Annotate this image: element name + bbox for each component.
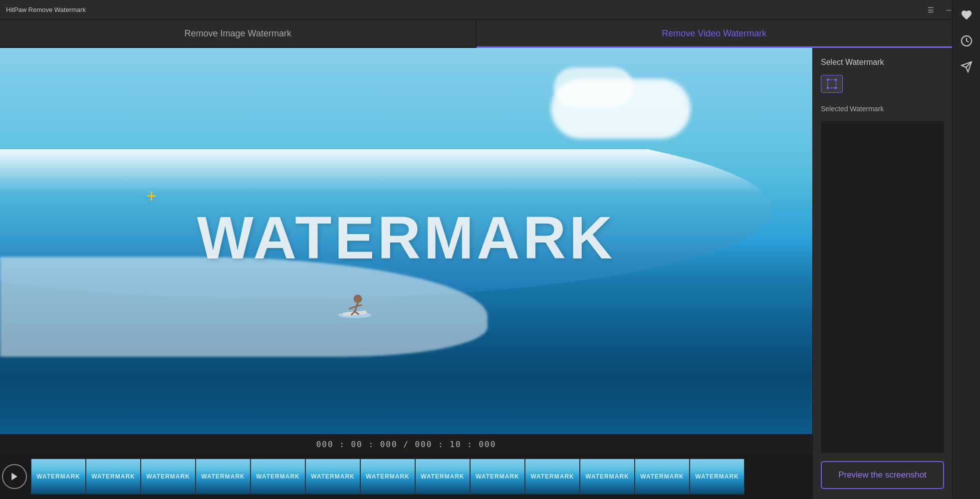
film-frame: WATERMARK	[415, 459, 470, 495]
svg-point-16	[835, 87, 837, 89]
send-button[interactable]	[957, 57, 977, 77]
frame-watermark-text: WATERMARK	[695, 473, 738, 480]
select-tool-button[interactable]	[821, 75, 843, 93]
film-frame: WATERMARK	[360, 459, 415, 495]
timeline-timecode: 000 : 00 : 000 / 000 : 10 : 000	[0, 434, 812, 454]
svg-line-7	[349, 307, 355, 309]
tab-video-watermark[interactable]: Remove Video Watermark	[477, 20, 953, 47]
frame-watermark-text: WATERMARK	[91, 473, 135, 480]
history-icon	[961, 35, 973, 47]
tab-bar: Remove Image Watermark Remove Video Wate…	[0, 20, 952, 48]
play-button[interactable]	[2, 464, 27, 489]
select-watermark-heading: Select Watermark	[821, 58, 944, 67]
frame-watermark-text: WATERMARK	[366, 473, 409, 480]
film-frame: WATERMARK	[580, 459, 635, 495]
tab-image-watermark[interactable]: Remove Image Watermark	[0, 20, 477, 47]
heart-button[interactable]	[957, 5, 977, 25]
selected-watermark-preview	[821, 121, 944, 453]
frame-watermark-text: WATERMARK	[311, 473, 354, 480]
surfer-figure	[325, 266, 385, 326]
selected-watermark-heading: Selected Watermark	[821, 105, 944, 113]
film-frame: WATERMARK	[690, 459, 744, 495]
heart-icon	[961, 9, 973, 21]
svg-point-15	[827, 87, 828, 89]
main-content: WATERMARK + 000 : 00 : 000 / 000 : 10 : …	[0, 48, 952, 499]
svg-line-8	[355, 305, 362, 307]
cloud-decoration-2	[554, 67, 634, 107]
svg-marker-11	[11, 473, 17, 481]
frame-watermark-text: WATERMARK	[585, 473, 629, 480]
right-panel: Select Watermark Selected Watermark Prev…	[812, 48, 952, 499]
film-frame: WATERMARK	[141, 459, 196, 495]
film-frame: WATERMARK	[31, 459, 86, 495]
app-title-area: HitPaw Remove Watermark	[6, 6, 86, 13]
film-frame: WATERMARK	[525, 459, 580, 495]
app-title: HitPaw Remove Watermark	[6, 6, 86, 13]
svg-rect-12	[828, 80, 836, 88]
frame-watermark-text: WATERMARK	[476, 473, 519, 480]
frame-watermark-text: WATERMARK	[530, 473, 574, 480]
video-panel: WATERMARK + 000 : 00 : 000 / 000 : 10 : …	[0, 48, 812, 499]
svg-point-14	[835, 79, 837, 80]
svg-point-13	[827, 79, 828, 80]
selection-rect-icon	[826, 78, 837, 89]
preview-screenshot-button[interactable]: Preview the screenshot	[821, 461, 944, 489]
timecode-display: 000 : 00 : 000 / 000 : 10 : 000	[316, 440, 496, 449]
frame-watermark-text: WATERMARK	[640, 473, 684, 480]
right-sidebar	[952, 0, 980, 499]
film-frame: WATERMARK	[86, 459, 141, 495]
film-frame: WATERMARK	[196, 459, 250, 495]
frame-watermark-text: WATERMARK	[36, 473, 80, 480]
history-button[interactable]	[957, 31, 977, 51]
menu-button[interactable]: ☰	[923, 4, 938, 16]
film-frame: WATERMARK	[250, 459, 305, 495]
frame-watermark-text: WATERMARK	[256, 473, 299, 480]
send-icon	[961, 61, 973, 73]
play-icon	[9, 472, 19, 482]
film-frame: WATERMARK	[635, 459, 690, 495]
filmstrip: WATERMARK WATERMARK WATERMARK WATERMARK …	[0, 454, 812, 499]
frame-watermark-text: WATERMARK	[421, 473, 464, 480]
frame-watermark-text: WATERMARK	[201, 473, 245, 480]
titlebar: HitPaw Remove Watermark ☰ ─ □	[0, 0, 980, 20]
video-preview[interactable]: WATERMARK +	[0, 48, 812, 434]
film-frame: WATERMARK	[470, 459, 525, 495]
svg-point-5	[354, 295, 362, 303]
frame-watermark-text: WATERMARK	[146, 473, 190, 480]
film-frame: WATERMARK	[305, 459, 360, 495]
